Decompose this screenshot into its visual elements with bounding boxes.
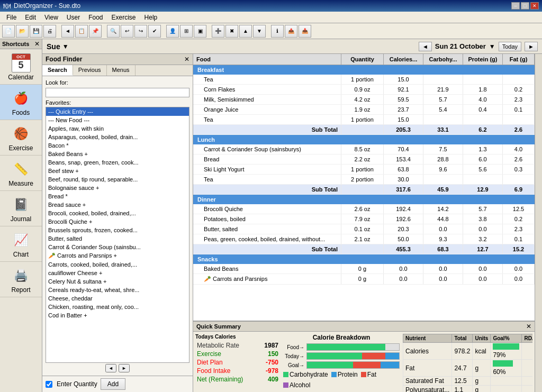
table-row[interactable]: Orange Juice 1.9 oz 23.7 5.4 0.4 0.1 bbox=[193, 105, 535, 115]
list-item[interactable]: Cereals ready-to-eat, wheat, shre... bbox=[46, 286, 189, 294]
table-row[interactable]: Butter, salted 0.1 oz 20.3 0.0 0.0 2.3 bbox=[193, 224, 535, 234]
menu-edit[interactable]: Edit bbox=[21, 13, 40, 22]
tb-check[interactable]: ✔ bbox=[148, 25, 161, 38]
list-item[interactable]: Butter, salted bbox=[46, 234, 189, 243]
list-item[interactable]: Cod in Batter + bbox=[46, 311, 189, 320]
next-day-button[interactable]: ► bbox=[525, 42, 538, 51]
list-scroll-left[interactable]: ◄ bbox=[105, 364, 116, 372]
tb-back[interactable]: ◄ bbox=[61, 25, 74, 38]
list-item[interactable]: --- Quick Entry --- bbox=[46, 107, 189, 116]
list-item[interactable]: Brocoli, cooked, boiled, drained,... bbox=[46, 209, 189, 217]
list-scroll-right[interactable]: ► bbox=[119, 364, 130, 372]
list-item[interactable]: Apples, raw, with skin bbox=[46, 124, 189, 133]
tb-search[interactable]: 🔍 bbox=[107, 25, 120, 38]
add-button[interactable]: Add bbox=[101, 378, 125, 390]
shortcuts-close-button[interactable]: ✕ bbox=[34, 40, 40, 48]
list-item[interactable]: Beef stew + bbox=[46, 167, 189, 175]
tb-redo[interactable]: ↪ bbox=[134, 25, 147, 38]
tb-add[interactable]: ➕ bbox=[212, 25, 224, 38]
shortcut-foods[interactable]: 🍎 Foods bbox=[0, 85, 42, 120]
list-item[interactable]: Bacon * bbox=[46, 141, 189, 150]
shortcut-chart[interactable]: 📈 Chart bbox=[0, 226, 42, 262]
tab-search[interactable]: Search bbox=[42, 65, 73, 76]
quick-summary-close-button[interactable]: ✕ bbox=[526, 323, 531, 330]
prev-day-button[interactable]: ◄ bbox=[419, 42, 432, 51]
list-item[interactable]: --- New Food --- bbox=[46, 116, 189, 124]
main-scrollbar[interactable] bbox=[535, 54, 542, 392]
list-item[interactable]: cauliflower Cheese + bbox=[46, 269, 189, 277]
food-finder-close-button[interactable]: ✕ bbox=[184, 56, 189, 63]
tb-info[interactable]: ℹ bbox=[271, 25, 284, 38]
table-row[interactable]: Ski Light Yogurt 1 portion 63.8 9.6 5.6 … bbox=[193, 165, 535, 175]
list-item[interactable]: Asparagus, cooked, boiled, drain... bbox=[46, 133, 189, 141]
menu-exercise[interactable]: Exercise bbox=[107, 13, 140, 22]
tb-view2[interactable]: ▣ bbox=[194, 25, 206, 38]
list-item[interactable]: Bread sauce + bbox=[46, 200, 189, 209]
menu-help[interactable]: Help bbox=[140, 13, 162, 22]
shortcut-journal[interactable]: 📓 Journal bbox=[0, 191, 42, 226]
list-item[interactable]: Beef, round, tip round, separable... bbox=[46, 175, 189, 184]
food-name: 🥕 Carrots and Parsnips bbox=[193, 274, 341, 284]
list-item[interactable]: Brussels sprouts, frozen, cooked... bbox=[46, 226, 189, 234]
list-item[interactable]: Bread * bbox=[46, 192, 189, 200]
food-fat: 2.3 bbox=[503, 224, 535, 234]
tb-print[interactable]: 🖨 bbox=[43, 25, 56, 38]
list-item[interactable]: Bolognaise sauce + bbox=[46, 184, 189, 192]
menu-user[interactable]: User bbox=[62, 13, 84, 22]
table-row[interactable]: Corn Flakes 0.9 oz 92.1 21.9 1.8 0.2 bbox=[193, 85, 535, 95]
shortcut-exercise[interactable]: 🏀 Exercise bbox=[0, 120, 42, 156]
table-row[interactable]: Milk, Semiskimmed 4.2 oz 59.5 5.7 4.0 2.… bbox=[193, 95, 535, 105]
maximize-button[interactable]: □ bbox=[521, 2, 529, 10]
tb-export[interactable]: 📤 bbox=[285, 25, 297, 38]
menu-view[interactable]: View bbox=[40, 13, 62, 22]
tb-delete[interactable]: ✖ bbox=[225, 25, 238, 38]
tb-layout[interactable]: ⊞ bbox=[180, 25, 193, 38]
user-dropdown-icon[interactable]: ▼ bbox=[62, 43, 69, 50]
minimize-button[interactable]: – bbox=[511, 2, 520, 10]
today-button[interactable]: Today bbox=[499, 42, 521, 51]
tb-copy[interactable]: 📋 bbox=[75, 25, 88, 38]
shortcut-calendar[interactable]: OCT 5 Calendar bbox=[0, 49, 42, 85]
tb-user[interactable]: 👤 bbox=[166, 25, 179, 38]
tb-import[interactable]: 📥 bbox=[299, 25, 311, 38]
table-row[interactable]: 🥕 Carrots and Parsnips 0 g 0.0 0.0 0.0 0… bbox=[193, 274, 535, 285]
tb-down[interactable]: ▼ bbox=[253, 25, 266, 38]
tb-new[interactable]: 📄 bbox=[2, 25, 15, 38]
look-for-input[interactable] bbox=[46, 88, 189, 97]
table-row[interactable]: Brocolli Quiche 2.6 oz 192.4 14.2 5.7 12… bbox=[193, 204, 535, 214]
tb-paste[interactable]: 📌 bbox=[89, 25, 102, 38]
enter-quantity-checkbox[interactable] bbox=[46, 381, 52, 388]
close-button[interactable]: ✕ bbox=[530, 2, 539, 10]
list-item[interactable]: Chicken, roasting, meat only, coo... bbox=[46, 303, 189, 311]
list-item[interactable]: Brocolli Quiche + bbox=[46, 217, 189, 226]
table-row[interactable]: Tea 1 portion 15.0 bbox=[193, 75, 535, 85]
table-row[interactable]: Baked Beans 0 g 0.0 0.0 0.0 0.0 bbox=[193, 264, 535, 274]
tb-save[interactable]: 💾 bbox=[30, 25, 42, 38]
list-item[interactable]: 🥕 Carrots and Parsnips + bbox=[46, 251, 189, 260]
shortcut-report[interactable]: 🖨️ Report bbox=[0, 262, 42, 297]
food-prot: 0.0 bbox=[463, 274, 503, 284]
tab-menus[interactable]: Menus bbox=[107, 65, 136, 76]
content-area: Sue ▼ ◄ Sun 21 October ▼ Today ► Food Fi… bbox=[42, 39, 542, 392]
tb-undo[interactable]: ↩ bbox=[121, 25, 133, 38]
table-row[interactable]: Tea 2 portion 30.0 bbox=[193, 175, 535, 185]
table-row[interactable]: Potatoes, boiled 7.9 oz 192.6 44.8 3.8 0… bbox=[193, 214, 535, 224]
table-row[interactable]: Peas, green, cooked, boiled, drained, wi… bbox=[193, 234, 535, 244]
list-item[interactable]: Cheese, cheddar bbox=[46, 294, 189, 303]
shortcut-measure[interactable]: 📏 Measure bbox=[0, 156, 42, 191]
date-dropdown-icon[interactable]: ▼ bbox=[489, 43, 495, 50]
tb-up[interactable]: ▲ bbox=[239, 25, 252, 38]
list-item[interactable]: Carrots, cooked, boiled, drained,... bbox=[46, 260, 189, 269]
list-item[interactable]: Celery Nut & sultana + bbox=[46, 277, 189, 286]
table-row[interactable]: Carrot & Coriander Soup (sainsburys) 8.5… bbox=[193, 144, 535, 154]
tb-open[interactable]: 📂 bbox=[16, 25, 29, 38]
list-item[interactable]: Beans, snap, green, frozen, cook... bbox=[46, 158, 189, 167]
list-item[interactable]: Baked Beans + bbox=[46, 150, 189, 158]
menu-file[interactable]: File bbox=[2, 13, 21, 22]
tab-previous[interactable]: Previous bbox=[73, 65, 107, 76]
table-row[interactable]: Tea 1 portion 15.0 bbox=[193, 115, 535, 125]
list-item[interactable]: Carrot & Coriander Soup (sainsbu... bbox=[46, 243, 189, 251]
menu-food[interactable]: Food bbox=[84, 13, 107, 22]
nutrient-goal bbox=[491, 377, 522, 386]
table-row[interactable]: Bread 2.2 oz 153.4 28.8 6.0 2.6 bbox=[193, 154, 535, 165]
